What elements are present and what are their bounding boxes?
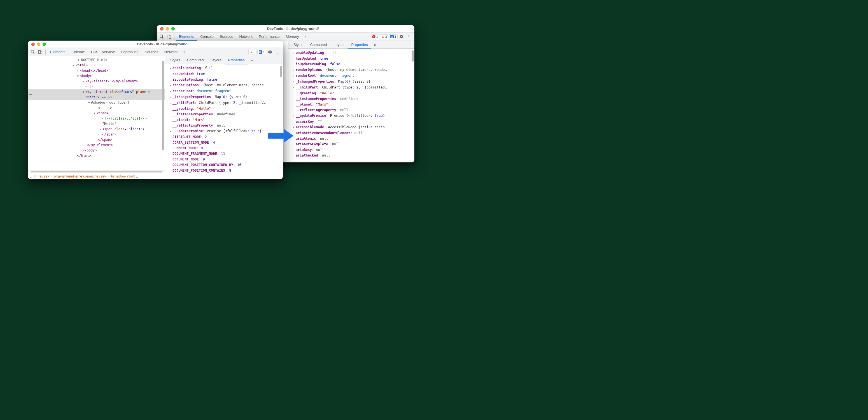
tab-console[interactable]: Console xyxy=(69,48,88,56)
zoom-icon[interactable] xyxy=(172,27,175,31)
issue-badge[interactable]: ▤1 xyxy=(257,50,266,54)
dom-hr[interactable]: <hr> xyxy=(28,84,165,89)
property-row[interactable]: hasUpdated: true xyxy=(290,56,413,61)
tab-sources[interactable]: Sources xyxy=(217,32,236,41)
property-row[interactable]: __greeting: "Hello" xyxy=(167,106,281,112)
kebab-icon[interactable]: ⋮ xyxy=(274,49,281,55)
warning-badge[interactable]: ▲3 xyxy=(248,50,257,54)
minimize-icon[interactable] xyxy=(166,27,169,31)
property-row[interactable]: CDATA_SECTION_NODE: 4 xyxy=(167,140,281,145)
dom-body-open[interactable]: ▼<body> xyxy=(28,73,165,79)
warning-badge[interactable]: ▲3 xyxy=(380,34,389,39)
inspect-icon[interactable] xyxy=(30,49,36,55)
zoom-icon[interactable] xyxy=(42,42,46,46)
property-row[interactable]: DOCUMENT_POSITION_CONTAINS: 8 xyxy=(167,168,281,173)
scrollbar[interactable] xyxy=(280,57,282,178)
property-row[interactable]: __planet: "Mars" xyxy=(290,102,413,107)
error-badge[interactable]: ✕1 xyxy=(371,34,379,39)
tab-console[interactable]: Console xyxy=(197,32,216,41)
more-tabs-icon[interactable]: » xyxy=(181,49,188,55)
property-row[interactable]: accessKey: "" xyxy=(290,119,413,124)
inspect-icon[interactable] xyxy=(158,33,165,40)
property-row[interactable]: COMMENT_NODE: 8 xyxy=(167,145,281,151)
tab-elements[interactable]: Elements xyxy=(47,48,68,56)
dom-myel2-close[interactable]: </my-element> xyxy=(28,143,165,148)
property-row[interactable]: isUpdatePending: false xyxy=(167,77,281,82)
property-row[interactable]: ariaAtomic: null xyxy=(290,136,413,141)
property-row[interactable]: __reflectingProperty: null xyxy=(167,123,281,128)
property-row[interactable]: ▸__updatePromise: Promise {<fulfilled>: … xyxy=(290,113,413,119)
close-icon[interactable] xyxy=(31,42,35,46)
dom-span-close2[interactable]: </span> xyxy=(28,137,165,143)
minimize-icon[interactable] xyxy=(37,42,40,46)
property-row[interactable]: DOCUMENT_NODE: 9 xyxy=(167,156,281,162)
dom-span-planet[interactable]: ▸<span class="planet">… xyxy=(28,126,165,132)
property-row[interactable]: __instanceProperties: undefined xyxy=(290,96,413,102)
property-row[interactable]: ▸__childPart: ChildPart {type: 2, _$comm… xyxy=(290,85,413,90)
dom-shadow-root[interactable]: ▼#shadow-root (open) xyxy=(28,100,165,105)
property-row[interactable]: ariaBusy: null xyxy=(290,147,413,153)
subtab-styles[interactable]: Styles xyxy=(291,41,306,49)
property-row[interactable]: hasUpdated: true xyxy=(167,71,281,77)
subtab-properties[interactable]: Properties xyxy=(348,41,370,49)
property-row[interactable]: DOCUMENT_FRAGMENT_NODE: 11 xyxy=(167,151,281,156)
breadcrumb-next[interactable]: … xyxy=(136,175,138,178)
property-row[interactable]: ▸_$changedProperties: Map(0) {size: 0} xyxy=(167,94,281,100)
property-row[interactable]: ▸renderRoot: document-fragment xyxy=(167,88,281,94)
dom-myel2-open[interactable]: ▼<my-element class="mars" planet= xyxy=(28,89,165,95)
property-row[interactable]: ariaChecked: null xyxy=(290,153,413,158)
dom-html-open[interactable]: ▼<html> xyxy=(28,63,165,68)
dom-span-open[interactable]: ▼<span> xyxy=(28,111,165,116)
gear-icon[interactable] xyxy=(267,49,273,55)
gear-icon[interactable] xyxy=(398,33,405,40)
property-row[interactable]: ▸renderOptions: {host: my-element.mars, … xyxy=(167,82,281,88)
subtab-styles[interactable]: Styles xyxy=(167,56,183,64)
tab-lighthouse[interactable]: Lighthouse xyxy=(118,48,142,56)
subtab-computed[interactable]: Computed xyxy=(307,41,330,49)
kebab-icon[interactable]: ⋮ xyxy=(405,33,412,40)
subtab-layout[interactable]: Layout xyxy=(331,41,347,49)
property-row[interactable]: __planet: "Mars" xyxy=(167,117,281,123)
property-row[interactable]: isUpdatePending: false xyxy=(290,61,413,67)
tab-css-overview[interactable]: CSS Overview xyxy=(88,48,118,56)
property-row[interactable]: ▸__childPart: ChildPart {type: 2, _$comm… xyxy=(167,100,281,106)
tab-performance[interactable]: Performance xyxy=(256,32,282,41)
device-toggle-icon[interactable] xyxy=(37,49,44,55)
dom-doctype[interactable]: <!DOCTYPE html> xyxy=(28,57,165,63)
dom-span-close[interactable]: </span> xyxy=(28,132,165,137)
property-row[interactable]: ▸renderRoot: document-fragment xyxy=(290,73,413,79)
property-row[interactable]: ariaAutoComplete: null xyxy=(290,141,413,147)
dom-tree[interactable]: <!DOCTYPE html> ▼<html> ▸<head>…</head> … xyxy=(28,56,165,170)
tab-elements[interactable]: Elements xyxy=(176,32,197,41)
more-subtabs-icon[interactable]: » xyxy=(372,41,378,48)
property-row[interactable]: DOCUMENT_POSITION_CONTAINED_BY: 16 xyxy=(167,162,281,168)
properties-list[interactable]: ▸enableUpdating: f ()hasUpdated: trueisU… xyxy=(288,49,414,162)
dom-head[interactable]: ▸<head>…</head> xyxy=(28,68,165,73)
dom-html-close[interactable]: </html> xyxy=(28,153,165,158)
tab-network[interactable]: Network xyxy=(161,48,181,56)
scrollbar[interactable] xyxy=(412,42,414,161)
property-row[interactable]: __reflectingProperty: null xyxy=(290,107,413,113)
tab-memory[interactable]: Memory xyxy=(283,32,302,41)
subtab-layout[interactable]: Layout xyxy=(208,56,224,64)
tab-sources[interactable]: Sources xyxy=(142,48,161,56)
subtab-properties[interactable]: Properties xyxy=(225,56,247,64)
property-row[interactable]: __instanceProperties: undefined xyxy=(167,112,281,117)
property-row[interactable]: ▸enableUpdating: f () xyxy=(167,65,281,71)
dom-comment-lit[interactable]: <!--?lit$927534869$--> xyxy=(28,116,165,121)
more-subtabs-icon[interactable]: » xyxy=(249,57,255,64)
property-row[interactable]: ATTRIBUTE_NODE: 2 xyxy=(167,134,281,140)
properties-list[interactable]: ▸enableUpdating: f ()hasUpdated: trueisU… xyxy=(165,64,283,179)
breadcrumb-item[interactable]: playground-preview#preview xyxy=(54,175,106,178)
property-row[interactable]: ▸__updatePromise: Promise {<fulfilled>: … xyxy=(167,128,281,134)
property-row[interactable]: __greeting: "Hello" xyxy=(290,90,413,96)
dom-hello-text[interactable]: "Hello" xyxy=(28,121,165,126)
dom-comment1[interactable]: <!----> xyxy=(28,105,165,111)
property-row[interactable]: ▸_$changedProperties: Map(0) {size: 0} xyxy=(290,79,413,85)
breadcrumb-item[interactable]: #shadow-root xyxy=(111,175,135,178)
property-row[interactable]: ▸enableUpdating: f () xyxy=(290,50,413,56)
close-icon[interactable] xyxy=(160,27,163,31)
subtab-computed[interactable]: Computed xyxy=(184,56,206,64)
property-row[interactable]: ▸accessibleNode: AccessibleNode {activeD… xyxy=(290,124,413,130)
breadcrumb-item[interactable]: dPreview xyxy=(33,175,50,178)
